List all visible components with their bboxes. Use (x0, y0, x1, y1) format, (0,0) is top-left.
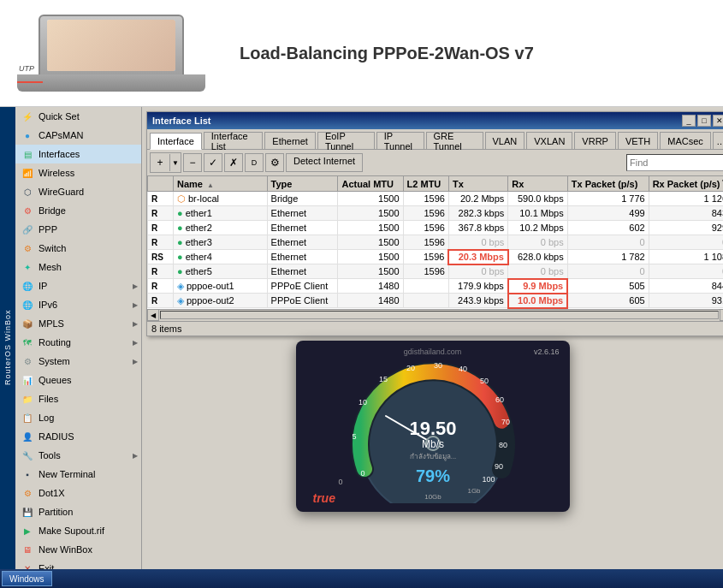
row-tx: 367.8 kbps (448, 221, 507, 235)
find-input[interactable] (626, 154, 723, 171)
row-tx: 20.3 Mbps (448, 250, 507, 264)
sidebar-item-interfaces[interactable]: ▤ Interfaces (15, 145, 141, 163)
comment-button[interactable]: D (245, 153, 264, 172)
taskbar-windows-button[interactable]: Windows (2, 571, 52, 586)
header: UTP Load-Balancing PPPoE-2Wan-OS v7 (0, 0, 723, 107)
add-button[interactable]: + (151, 153, 169, 172)
sidebar-item-mpls[interactable]: 📦 MPLS ▶ (15, 314, 141, 333)
sidebar-item-ppp[interactable]: 🔗 PPP (15, 220, 141, 239)
sidebar-label-quick-set: Quick Set (39, 111, 80, 122)
tab-gre[interactable]: GRE Tunnel (426, 132, 483, 149)
sidebar-item-wireguard[interactable]: ⬡ WireGuard (15, 182, 141, 201)
maximize-button[interactable]: □ (697, 115, 711, 127)
col-rx[interactable]: Rx (508, 176, 567, 192)
table-row[interactable]: R●ether1Ethernet15001596282.3 kbps10.1 M… (148, 206, 724, 221)
sidebar-item-ip[interactable]: 🌐 IP ▶ (15, 276, 141, 295)
row-tx-pkt: 499 (567, 206, 649, 221)
window-titlebar: Interface List _ □ ✕ (147, 112, 723, 129)
tab-ethernet[interactable]: Ethernet (264, 132, 316, 149)
disable-button[interactable]: ✗ (224, 153, 243, 172)
svg-text:15: 15 (378, 375, 387, 383)
sidebar-item-system[interactable]: ⚙ System ▶ (15, 352, 141, 371)
table-container: Name ▲ Type Actual MTU L2 MTU Tx Rx Tx P… (147, 175, 723, 309)
table-row[interactable]: R⬡br-localBridge1500159620.2 Mbps590.0 k… (148, 192, 724, 206)
sidebar-item-switch[interactable]: ⚙ Switch (15, 239, 141, 258)
svg-text:70: 70 (501, 418, 509, 426)
close-button[interactable]: ✕ (713, 115, 723, 127)
sidebar-item-routing[interactable]: 🗺 Routing ▶ (15, 333, 141, 352)
svg-text:10: 10 (358, 398, 366, 407)
tab-more[interactable]: ... (713, 132, 723, 149)
scroll-left-button[interactable]: ◀ (147, 309, 159, 321)
col-flag (148, 176, 174, 192)
detect-internet-button[interactable]: Detect Internet (286, 153, 363, 172)
row-rx-pkt: 1 126 (649, 192, 723, 206)
interface-table: Name ▲ Type Actual MTU L2 MTU Tx Rx Tx P… (147, 175, 723, 309)
table-row[interactable]: R●ether2Ethernet15001596367.8 kbps10.2 M… (148, 221, 724, 235)
gauge-version: v2.6.16 (534, 347, 560, 356)
sidebar-item-radius[interactable]: 👤 RADIUS (15, 427, 141, 446)
tab-vlan[interactable]: VLAN (485, 132, 525, 149)
tab-vrrp[interactable]: VRRP (574, 132, 616, 149)
sidebar-item-capsman[interactable]: ● CAPsMAN (15, 126, 141, 145)
tab-veth[interactable]: VETH (618, 132, 658, 149)
tab-interface-list[interactable]: Interface List (204, 132, 263, 149)
sidebar-label-files: Files (39, 394, 58, 404)
table-row[interactable]: R●ether5Ethernet150015960 bps0 bps00 (148, 264, 724, 279)
sidebar-label-wireless: Wireless (39, 168, 74, 178)
scroll-right-button[interactable]: ▶ (720, 309, 723, 321)
bridge-icon: ⚙ (21, 204, 34, 217)
tab-eoip[interactable]: EoIP Tunnel (317, 132, 375, 149)
row-tx: 0 bps (448, 264, 507, 279)
row-rx-pkt: 0 (649, 264, 723, 279)
utp-label: UTP (19, 64, 34, 73)
row-rx: 0 bps (508, 264, 567, 279)
sidebar-item-supout[interactable]: ▶ Make Supout.rif (15, 521, 141, 540)
table-row[interactable]: R◈pppoe-out2PPPoE Client1480243.9 kbps10… (148, 294, 724, 308)
col-rx-pkt[interactable]: Rx Packet (p/s) ▼ (649, 176, 723, 192)
sidebar-item-dot1x[interactable]: ⚙ Dot1X (15, 484, 141, 502)
col-name[interactable]: Name ▲ (174, 176, 268, 192)
sidebar-item-bridge[interactable]: ⚙ Bridge (15, 201, 141, 220)
table-row[interactable]: RS●ether4Ethernet1500159620.3 Mbps628.0 … (148, 250, 724, 264)
row-type: PPPoE Client (267, 279, 338, 294)
sidebar-item-log[interactable]: 📋 Log (15, 408, 141, 427)
sidebar-item-partition[interactable]: 💾 Partition (15, 502, 141, 521)
svg-text:80: 80 (498, 441, 507, 449)
scroll-track[interactable] (160, 311, 719, 319)
sidebar-item-ipv6[interactable]: 🌐 IPv6 ▶ (15, 295, 141, 314)
row-flag: R (148, 294, 174, 308)
col-tx-pkt[interactable]: Tx Packet (p/s) (567, 176, 649, 192)
sidebar-item-mesh[interactable]: ✦ Mesh (15, 258, 141, 276)
sidebar-label-bridge: Bridge (39, 205, 66, 216)
row-flag: R (148, 279, 174, 294)
sidebar-item-tools[interactable]: 🔧 Tools ▶ (15, 446, 141, 465)
table-row[interactable]: R●ether3Ethernet150015960 bps0 bps00 (148, 235, 724, 250)
dot1x-icon: ⚙ (21, 486, 34, 500)
sidebar-item-files[interactable]: 📁 Files (15, 389, 141, 408)
row-name: ●ether2 (174, 221, 268, 235)
sidebar-item-wireless[interactable]: 📶 Wireless (15, 163, 141, 182)
minimize-button[interactable]: _ (682, 115, 696, 127)
sidebar-item-newwinbox[interactable]: 🖥 New WinBox (15, 540, 141, 559)
col-actual-mtu[interactable]: Actual MTU (338, 176, 403, 192)
sidebar-item-terminal[interactable]: ▪ New Terminal (15, 465, 141, 484)
sidebar-item-queues[interactable]: 📊 Queues (15, 371, 141, 389)
tab-ip-tunnel[interactable]: IP Tunnel (376, 132, 424, 149)
add-dropdown-button[interactable]: ▼ (170, 153, 181, 172)
table-row[interactable]: R◈pppoe-out1PPPoE Client1480179.9 kbps9.… (148, 279, 724, 294)
tab-macsec[interactable]: MACsec (660, 132, 711, 149)
tab-vxlan[interactable]: VXLAN (526, 132, 572, 149)
col-l2-mtu[interactable]: L2 MTU (403, 176, 448, 192)
tab-interface[interactable]: Interface (150, 133, 202, 150)
horizontal-scrollbar[interactable]: ◀ ▶ (147, 309, 723, 321)
row-flag: R (148, 192, 174, 206)
enable-button[interactable]: ✓ (204, 153, 222, 172)
col-tx[interactable]: Tx (448, 176, 507, 192)
col-type[interactable]: Type (267, 176, 338, 192)
remove-button[interactable]: − (183, 153, 202, 172)
sidebar-item-quick-set[interactable]: ⚡ Quick Set (15, 107, 141, 126)
settings-button[interactable]: ⚙ (265, 153, 284, 172)
ppp-icon: 🔗 (21, 223, 34, 236)
sidebar-label-system: System (39, 356, 70, 366)
